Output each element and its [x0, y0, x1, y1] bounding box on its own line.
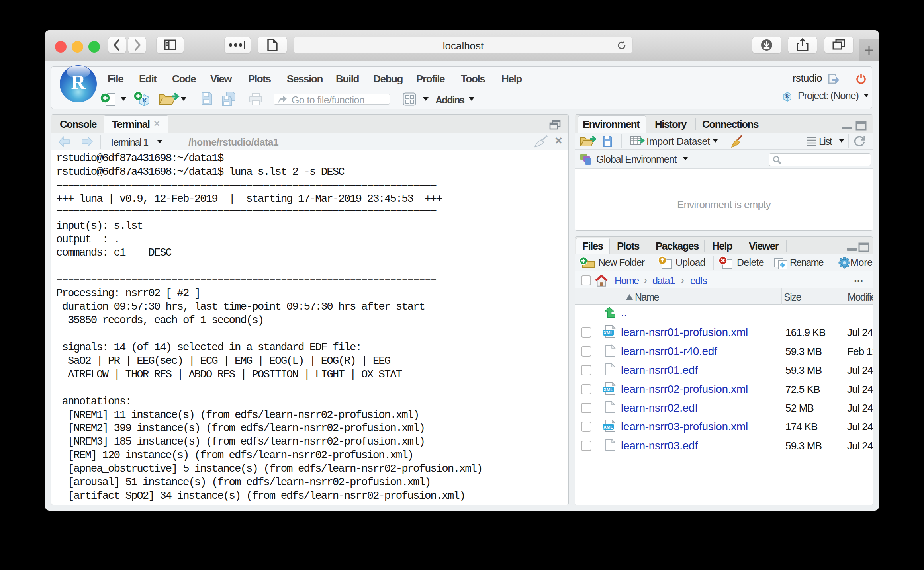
svg-text:XML: XML	[603, 387, 613, 392]
svg-text:R: R	[785, 93, 789, 99]
svg-text:XML: XML	[603, 425, 613, 429]
svg-text:XML: XML	[603, 330, 613, 335]
svg-text:R: R	[142, 97, 147, 103]
